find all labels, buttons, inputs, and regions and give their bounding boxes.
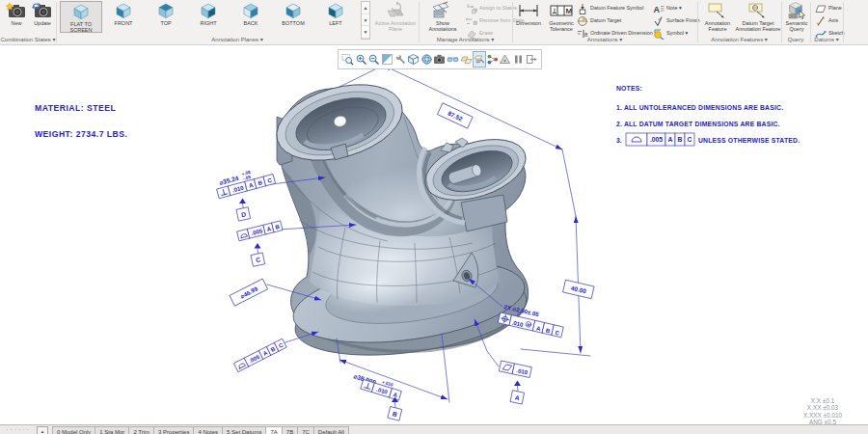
display-style-icon[interactable]	[407, 51, 420, 68]
datum-feature-symbol-button[interactable]: Datum Feature Symbol	[577, 2, 650, 14]
view-right-button[interactable]: RIGHT	[187, 1, 230, 34]
geometric-tolerance-button[interactable]: M Geometric Tolerance	[547, 1, 576, 34]
view-mode-icon[interactable]	[447, 51, 460, 68]
zoom-in-icon[interactable]	[355, 51, 368, 68]
annotation-display-icon[interactable]	[473, 51, 486, 68]
active-annotation-plane-button[interactable]: Active Annotation Plane	[372, 1, 419, 34]
semantic-query-icon	[783, 1, 810, 20]
combination-state-tab[interactable]: 5 Set Datums	[223, 426, 266, 434]
view-back-button[interactable]: BACK	[230, 1, 272, 34]
query-group-label[interactable]: Query	[781, 36, 810, 44]
capture-image-icon[interactable]	[433, 51, 447, 68]
cube-front-icon	[102, 1, 145, 20]
combination-state-tabs: 0 Model Only1 Sta Mgr2 Trim3 Properties4…	[52, 426, 349, 434]
svg-text:X.X ±0.1: X.X ±0.1	[811, 397, 835, 404]
model-3d-wye-body[interactable]	[268, 71, 533, 368]
pmi-holes250[interactable]: 2X ⌀2.50±.05 .010 M A B C	[499, 303, 564, 338]
annotation-planes-group-label[interactable]: Annotation Planes ▾	[56, 36, 419, 44]
view-left-button[interactable]: LEFT	[314, 1, 357, 34]
pmi-prof005abc[interactable]: .005 A B C	[234, 339, 286, 371]
notes-title: NOTES:	[616, 85, 642, 92]
combination-state-tab[interactable]: 7A	[266, 426, 282, 434]
ribbon: New Update Combination States ▾ FLAT TO …	[0, 0, 868, 45]
pmi-dia38000[interactable]: ⌀38.000 +.010 -.005 .010 A B	[352, 371, 402, 420]
note-icon: A	[653, 3, 665, 14]
repaint-icon[interactable]	[381, 51, 394, 68]
update-combination-state-button[interactable]: Update	[30, 1, 55, 34]
new-combination-state-button[interactable]: New	[4, 1, 29, 34]
manage-annotations-group-label[interactable]: Manage Annotations ▾	[419, 36, 512, 44]
note-3-prefix: 3.	[616, 137, 622, 144]
combination-state-tab[interactable]: 0 Model Only	[52, 426, 95, 434]
pmi-dia4699[interactable]: ⌀46.99	[230, 279, 267, 306]
semantic-query-button[interactable]: Semantic Query	[783, 1, 810, 34]
remove-from-state-icon	[466, 15, 477, 27]
zoom-region-icon[interactable]	[341, 51, 355, 68]
spin-center-icon[interactable]	[499, 51, 512, 68]
combination-state-tab[interactable]: 7C	[298, 426, 314, 434]
annotation-feature-button[interactable]: Annotation Feature	[698, 1, 737, 34]
assign-to-states-button[interactable]: Assign to States	[466, 2, 514, 14]
datums-group-label[interactable]: Datums ▾	[810, 36, 843, 44]
note-2: 2. ALL DATUM TARGET DIMENSIONS ARE BASIC…	[616, 121, 780, 127]
svg-text:C: C	[688, 136, 692, 143]
zoom-out-icon[interactable]	[367, 51, 381, 68]
model-tree-nodes-icon[interactable]	[486, 51, 500, 68]
view-top-button[interactable]: TOP	[145, 1, 187, 34]
view-gallery-scrollbar[interactable]: ▲ ▼ ▼	[361, 1, 370, 40]
datum-axis-button[interactable]: Axis	[815, 14, 842, 26]
cube-back-icon	[230, 1, 272, 20]
exit-view-icon[interactable]	[525, 51, 538, 68]
creo-window: ⌀35.24 +.08 -.05 .010 A B C	[0, 0, 868, 434]
note-3-suffix: UNLESS OTHERWISE STATED.	[698, 137, 800, 144]
material-note[interactable]: MATERIAL: STEEL	[35, 103, 116, 113]
view-bottom-button[interactable]: BOTTOM	[272, 1, 314, 34]
remove-from-state-button[interactable]: Remove from State	[466, 14, 514, 26]
pmi-flat010[interactable]: .010 A	[500, 361, 532, 404]
camera-new-icon	[4, 1, 29, 20]
cube-right-icon	[187, 1, 230, 20]
svg-text:A: A	[668, 136, 673, 143]
statusbar-grip-dots[interactable]: ······	[6, 428, 31, 432]
pause-icon[interactable]	[512, 51, 526, 68]
datum-display-icon[interactable]	[459, 51, 473, 68]
weight-note[interactable]: WEIGHT: 2734.7 LBS.	[35, 129, 127, 139]
datum-target-icon	[577, 15, 588, 27]
combination-state-tab[interactable]: 4 Notes	[194, 426, 223, 434]
datum-target-annotation-feature-button[interactable]: Datum Target Annotation Feature	[735, 1, 781, 34]
scroll-up-icon[interactable]: ▲	[362, 2, 369, 14]
note-button[interactable]: A Note ▾	[653, 2, 697, 14]
pmi-prof005ab[interactable]: .005 A B C	[237, 221, 283, 266]
pmi-dim8752[interactable]: 87.52	[438, 103, 473, 128]
combination-state-tab[interactable]: 2 Trim	[129, 426, 154, 434]
datum-target-button[interactable]: Datum Target	[577, 14, 650, 26]
svg-text:B: B	[678, 136, 683, 143]
note-3-fcf: .005 A B C	[626, 133, 694, 146]
svg-text:X.XXX ±0.010: X.XXX ±0.010	[803, 412, 843, 419]
view-flat-to-screen-button[interactable]: FLAT TO SCREEN	[60, 1, 102, 33]
camera-update-icon	[30, 1, 55, 20]
pmi-dia3524[interactable]: ⌀35.24 +.08 -.05 .010 A B C	[217, 170, 276, 221]
view-front-button[interactable]: FRONT	[102, 1, 145, 34]
annotation-features-group-label[interactable]: Annotation Features ▾	[697, 36, 781, 44]
notes-block[interactable]: NOTES: 1. ALL UNTOLERANCED DIMENSIONS AR…	[616, 85, 800, 146]
svg-text:X.XX ±0.03: X.XX ±0.03	[807, 404, 839, 411]
default-tolerance-block: X.X ±0.1 X.XX ±0.03 X.XXX ±0.010 ANG ±0.…	[803, 397, 843, 426]
datum-plane-button[interactable]: Plane	[815, 2, 842, 14]
dimension-button[interactable]: Dimension	[512, 1, 545, 34]
surface-finish-button[interactable]: Surface Finish	[653, 14, 697, 26]
pmi-dim4000[interactable]: 40.00	[563, 280, 594, 298]
combination-state-tab[interactable]: 1 Sta Mgr	[95, 426, 129, 434]
combination-state-tab[interactable]: 3 Properties	[154, 426, 194, 434]
statusbar-expand-button[interactable]: ▴	[37, 426, 48, 434]
utilities-icon[interactable]	[393, 51, 407, 68]
status-bar: ······ ▴ 0 Model Only1 Sta Mgr2 Trim3 Pr…	[0, 424, 868, 434]
scroll-down-icon[interactable]: ▼	[362, 14, 369, 27]
show-annotations-button[interactable]: Show Annotations	[421, 1, 464, 34]
combination-states-group-label[interactable]: Combination States ▾	[0, 36, 56, 44]
annotations-group-label[interactable]: Annotations ▾	[512, 36, 697, 44]
combination-state-tab[interactable]: Default All	[314, 426, 349, 434]
saved-views-icon[interactable]	[420, 51, 434, 68]
combination-state-tab[interactable]: 7B	[283, 426, 298, 434]
datum-feature-symbol-icon	[577, 3, 588, 14]
